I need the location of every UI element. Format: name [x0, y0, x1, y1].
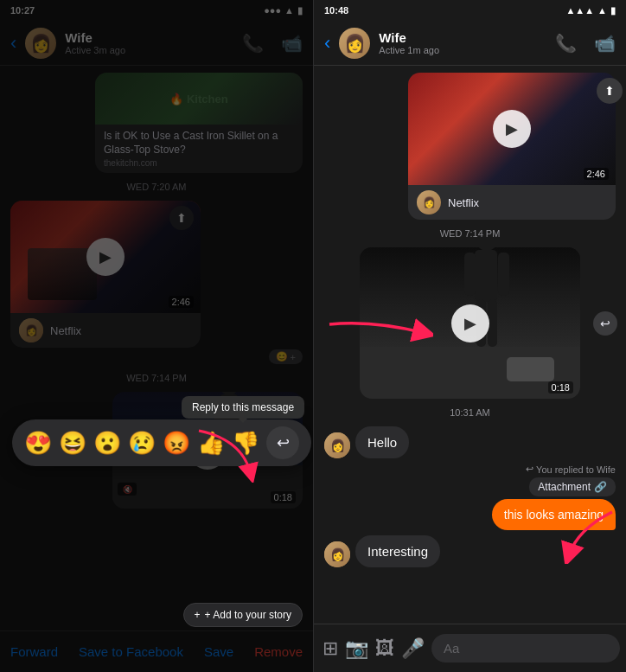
right-netflix-duration: 2:46 [584, 168, 609, 180]
hello-bubble: Hello [355, 426, 409, 458]
add-icon: + [195, 609, 201, 621]
right-time-label-2: 10:31 AM [324, 407, 616, 418]
emoji-sad[interactable]: 😢 [128, 430, 156, 457]
right-video-play[interactable]: ▶ [451, 304, 489, 342]
photo-icon[interactable]: 🖼 [375, 637, 394, 660]
right-battery-icon: ▮ [610, 5, 616, 16]
hello-row: 👩 Hello [324, 426, 616, 458]
left-panel: 10:27 ●●● ▲ ▮ ‹ 👩 Wife Active 3m ago 📞 📹… [0, 0, 313, 672]
right-time: 10:48 [324, 5, 348, 16]
sender-avatar: 👩 [324, 432, 350, 458]
pink-arrow-video [321, 290, 433, 359]
right-contact-info: Wife Active 1m ago [379, 30, 546, 55]
reply-tooltip: Reply to this message [182, 396, 304, 419]
right-bottom-input-bar: ⊞ 📷 🖼 🎤 😊 🎭 [314, 624, 626, 672]
right-netflix-section: ⬆ ▶ 2:46 👩 Netflix [324, 73, 616, 220]
right-contact-avatar: 👩 [339, 28, 370, 59]
svg-rect-8 [464, 253, 476, 296]
interesting-bubble: Interesting [355, 535, 440, 567]
right-panel: 10:48 ▲▲▲ ▲ ▮ ‹ 👩 Wife Active 1m ago 📞 📹… [313, 0, 626, 672]
right-contact-name: Wife [379, 30, 546, 45]
replied-text: You replied to Wife [536, 464, 616, 475]
emoji-laugh[interactable]: 😆 [59, 430, 86, 457]
dimmed-overlay [0, 0, 313, 672]
right-signal-icon: ▲▲▲ [565, 5, 594, 16]
svg-rect-7 [475, 250, 497, 302]
right-netflix-play[interactable]: ▶ [493, 110, 531, 148]
reply-icon-button[interactable]: ↩ [266, 426, 299, 459]
pink-arrow-left-1 [190, 422, 259, 483]
right-netflix-thumb: ▶ 2:46 [408, 73, 616, 185]
right-nav-bar: ‹ 👩 Wife Active 1m ago 📞 📹 [314, 21, 626, 66]
grid-icon[interactable]: ⊞ [323, 637, 338, 660]
right-netflix-label-row: 👩 Netflix [408, 185, 616, 220]
pink-arrow-reply [552, 503, 621, 564]
interesting-sender-avatar: 👩 [324, 541, 350, 567]
right-netflix-video[interactable]: ▶ 2:46 👩 Netflix [408, 73, 616, 220]
right-messages-area: ⬆ ▶ 2:46 👩 Netflix WED 7:14 PM [314, 66, 626, 624]
replied-label: ↩ You replied to Wife [526, 464, 616, 475]
right-phone-icon[interactable]: 📞 [555, 33, 577, 54]
camera-icon[interactable]: 📷 [345, 637, 368, 660]
right-time-label-1: WED 7:14 PM [324, 228, 616, 239]
attachment-text: Attachment [538, 481, 591, 493]
right-status-icons: ▲▲▲ ▲ ▮ [565, 5, 616, 16]
right-share-button[interactable]: ⬆ [597, 78, 623, 104]
emoji-angry[interactable]: 😡 [163, 430, 190, 457]
video-reply-button[interactable]: ↩ [593, 311, 617, 336]
mic-icon[interactable]: 🎤 [401, 637, 425, 660]
svg-rect-9 [498, 253, 509, 296]
right-nav-actions: 📞 📹 [555, 33, 616, 54]
right-wifi-icon: ▲ [597, 5, 607, 16]
message-input[interactable] [431, 634, 620, 662]
right-back-button[interactable]: ‹ [324, 34, 330, 53]
right-video-icon[interactable]: 📹 [594, 33, 616, 54]
link-icon: 🔗 [594, 481, 607, 493]
emoji-wow[interactable]: 😮 [93, 430, 121, 457]
add-to-story-button[interactable]: + + Add to your story [183, 603, 303, 627]
right-status-bar: 10:48 ▲▲▲ ▲ ▮ [314, 0, 626, 21]
add-story-label: + Add to your story [205, 609, 291, 621]
emoji-reaction-popup: 😍 😆 😮 😢 😡 👍 👎 ↩ [12, 419, 311, 466]
car-shape [507, 357, 554, 381]
right-netflix-avatar: 👩 [417, 190, 441, 214]
right-contact-status: Active 1m ago [379, 45, 546, 55]
emoji-love[interactable]: 😍 [24, 430, 52, 457]
right-netflix-label: Netflix [448, 196, 479, 209]
attachment-badge: Attachment 🔗 [529, 477, 616, 496]
right-video-duration: 0:18 [548, 381, 573, 394]
reply-indicator-icon: ↩ [526, 464, 533, 475]
